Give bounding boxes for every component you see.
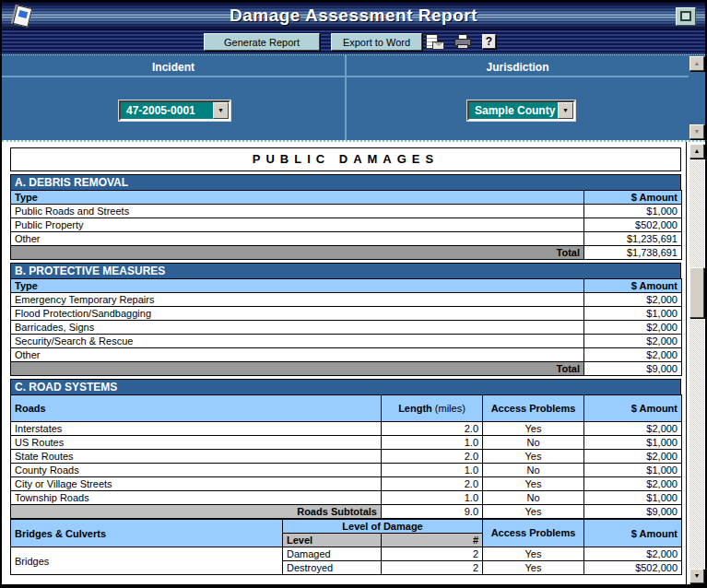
section-a-header: A. DEBRIS REMOVAL	[10, 174, 681, 190]
total-label: Total	[11, 246, 584, 260]
scroll-down-icon[interactable]: ▼	[689, 124, 704, 139]
cell-access: Yes	[483, 547, 584, 561]
maximize-button[interactable]	[676, 7, 696, 26]
cell-level: Destroyed	[283, 561, 382, 575]
cell-type: Flood Protection/Sandbagging	[11, 307, 584, 321]
section-b-header: B. PROTECTIVE MEASURES	[10, 263, 681, 278]
cell-level: Damaged	[283, 547, 382, 561]
section-b-table: Type $ Amount Emergency Temporary Repair…	[10, 278, 682, 376]
subtotal-row: Roads Subtotals 9.0 Yes $9,000	[11, 505, 682, 519]
export-to-word-button[interactable]: Export to Word	[331, 33, 422, 51]
scrollbar-thumb[interactable]	[689, 267, 704, 318]
table-row: Flood Protection/Sandbagging $1,000	[11, 307, 682, 321]
scroll-up-icon[interactable]: ▲	[689, 56, 704, 71]
section-c-roads-table: Roads Length (miles) Access Problems $ A…	[10, 394, 682, 519]
cell-amount: $2,000	[584, 348, 682, 362]
subtotal-amount: $9,000	[584, 505, 682, 519]
cell-type: Other	[11, 348, 584, 362]
cell-amount: $1,000	[584, 436, 682, 450]
cell-count: 2	[382, 561, 483, 575]
question-mark-glyph: ?	[482, 34, 496, 49]
total-amount: $1,738,691	[584, 246, 682, 260]
chevron-down-icon[interactable]: ▼	[558, 102, 573, 119]
content-right-border	[686, 142, 687, 584]
cell-type: Public Property	[11, 218, 584, 232]
col-level: Level	[283, 534, 382, 547]
cell-road: US Routes	[11, 436, 382, 450]
table-row: Public Property $502,000	[11, 218, 682, 232]
cell-length: 1.0	[382, 491, 483, 505]
report-title: PUBLIC DAMAGES	[10, 147, 681, 171]
cell-amount: $1,235,691	[584, 232, 682, 246]
title-bar: Damage Assessment Report	[2, 2, 705, 30]
public-damages-report: PUBLIC DAMAGES A. DEBRIS REMOVAL Type $ …	[10, 147, 681, 575]
printer-icon[interactable]	[454, 34, 472, 51]
report-content: PUBLIC DAMAGES A. DEBRIS REMOVAL Type $ …	[2, 140, 705, 584]
cell-amount: $1,000	[584, 307, 682, 321]
cell-type: Public Roads and Streets	[11, 205, 584, 218]
scroll-up-icon[interactable]: ▲	[689, 144, 704, 159]
table-row: Other $1,235,691	[11, 232, 682, 246]
col-type: Type	[11, 191, 584, 205]
cell-amount: $1,000	[584, 491, 682, 505]
table-row: Security/Search & Rescue $2,000	[11, 335, 682, 348]
bridges-culverts-header: Bridges & Culverts	[11, 520, 283, 547]
toolbar: Generate Report Export to Word ?	[2, 30, 705, 54]
cell-type: Barricades, Signs	[11, 321, 584, 335]
cell-amount: $2,000	[584, 547, 682, 561]
cell-road: Interstates	[11, 422, 382, 436]
cell-amount: $2,000	[584, 293, 682, 307]
cell-amount: $502,000	[584, 218, 682, 232]
cell-access: Yes	[483, 477, 584, 491]
cell-length: 1.0	[382, 436, 483, 450]
incident-dropdown[interactable]: 47-2005-0001 ▼	[119, 100, 230, 121]
cell-type: Security/Search & Rescue	[11, 335, 584, 348]
cell-road: State Routes	[11, 450, 382, 464]
table-row: Township Roads1.0No$1,000	[11, 491, 682, 505]
generate-report-button[interactable]: Generate Report	[204, 33, 320, 51]
table-row: City or Village Streets2.0Yes$2,000	[11, 477, 682, 491]
help-icon[interactable]: ?	[482, 34, 497, 51]
bridges-group-label: Bridges	[11, 547, 283, 575]
cell-length: 2.0	[382, 422, 483, 436]
table-row: US Routes1.0No$1,000	[11, 436, 682, 450]
cell-amount: $2,000	[584, 477, 682, 491]
document-export-icon[interactable]	[425, 34, 443, 51]
cell-access: No	[483, 491, 584, 505]
scroll-down-icon[interactable]: ▼	[689, 569, 704, 583]
section-a-table: Type $ Amount Public Roads and Streets $…	[10, 190, 682, 260]
bridges-culverts-table: Bridges & Culverts Level of Damage Acces…	[10, 519, 682, 575]
col-length: Length (miles)	[382, 395, 483, 422]
cell-length: 2.0	[382, 450, 483, 464]
cell-length: 2.0	[382, 477, 483, 491]
total-row: Total $1,738,691	[11, 246, 682, 260]
total-label: Total	[11, 362, 584, 376]
level-of-damage-header: Level of Damage	[283, 520, 483, 534]
subtotal-access: Yes	[483, 505, 584, 519]
cell-access: No	[483, 464, 584, 477]
col-type: Type	[11, 279, 584, 293]
vertical-scrollbar[interactable]: ▲ ▼	[689, 144, 704, 583]
app-window: Damage Assessment Report Generate Report…	[0, 0, 707, 588]
table-row: Public Roads and Streets $1,000	[11, 205, 682, 218]
frame-scrollbar: ▲ ▼	[689, 56, 704, 139]
col-count: #	[382, 534, 483, 547]
cell-access: No	[483, 436, 584, 450]
cell-road: Township Roads	[11, 491, 382, 505]
total-amount: $9,000	[584, 362, 682, 376]
cell-amount: $1,000	[584, 464, 682, 477]
jurisdiction-label: Jurisdiction	[347, 61, 689, 74]
jurisdiction-value: Sample County	[469, 102, 558, 119]
subtotal-label: Roads Subtotals	[11, 505, 382, 519]
cell-road: County Roads	[11, 464, 382, 477]
cell-amount: $2,000	[584, 422, 682, 436]
cell-road: City or Village Streets	[11, 477, 382, 491]
window-title: Damage Assessment Report	[2, 6, 705, 26]
incident-value: 47-2005-0001	[121, 102, 213, 119]
table-row: Emergency Temporary Repairs $2,000	[11, 293, 682, 307]
jurisdiction-dropdown[interactable]: Sample County ▼	[467, 100, 575, 121]
chevron-down-icon[interactable]: ▼	[213, 102, 229, 119]
table-row: Bridges Damaged 2 Yes $2,000	[11, 547, 682, 561]
col-access-problems: Access Problems	[483, 395, 584, 422]
incident-label: Incident	[2, 61, 345, 74]
